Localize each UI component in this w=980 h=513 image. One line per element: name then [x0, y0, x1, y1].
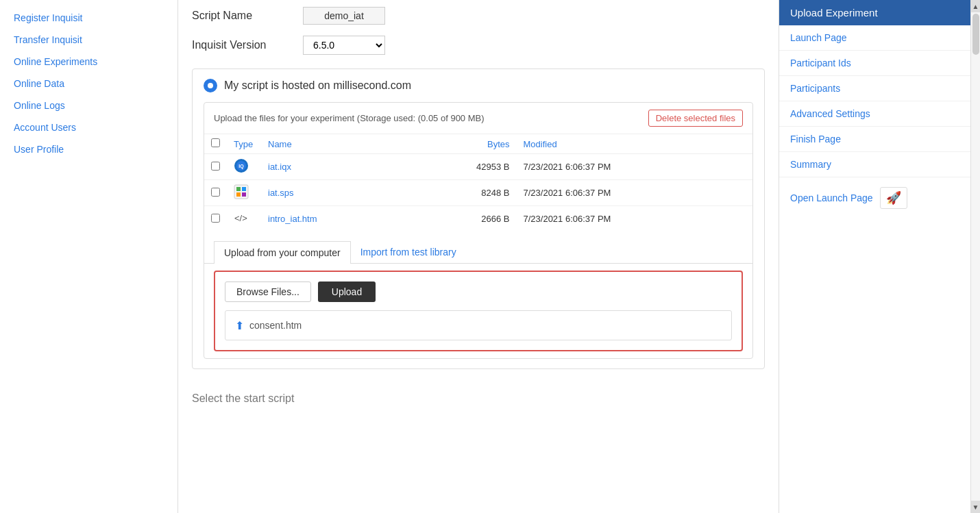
- row-checkbox[interactable]: [211, 162, 220, 171]
- storage-info: Upload the files for your experiment (St…: [214, 113, 485, 123]
- start-script-section: Select the start script: [192, 383, 765, 414]
- right-link-participants[interactable]: Participants: [779, 76, 970, 101]
- right-link-participant-ids[interactable]: Participant Ids: [779, 51, 970, 76]
- col-name: Name: [261, 134, 407, 154]
- right-link-launch-page[interactable]: Launch Page: [779, 25, 970, 51]
- file-bytes: 2666 B: [407, 206, 516, 232]
- sidebar-item-transfer-inquisit[interactable]: Transfer Inquisit: [0, 29, 177, 51]
- right-link-summary[interactable]: Summary: [779, 152, 970, 177]
- file-name-link[interactable]: intro_iat.htm: [268, 214, 317, 224]
- scroll-up-arrow[interactable]: ▲: [971, 0, 980, 12]
- svg-text:</>: </>: [234, 213, 247, 223]
- file-type-icon: IQ: [234, 165, 249, 175]
- rocket-icon: 🚀: [880, 187, 907, 209]
- col-type: Type: [227, 134, 261, 154]
- main-content: Script Name demo_iat Inquisit Version 6.…: [178, 0, 779, 513]
- right-sidebar: Upload Experiment Launch Page Participan…: [779, 0, 970, 513]
- scrollbar-thumb[interactable]: [972, 14, 979, 55]
- version-select[interactable]: 6.5.0: [303, 36, 385, 55]
- file-modified: 7/23/2021 6:06:37 PM: [517, 154, 753, 180]
- svg-rect-6: [236, 192, 241, 197]
- file-modified: 7/23/2021 6:06:37 PM: [517, 206, 753, 232]
- version-label: Inquisit Version: [192, 39, 295, 51]
- start-script-label: Select the start script: [192, 392, 294, 404]
- browse-files-button[interactable]: Browse Files...: [225, 281, 311, 302]
- form-section: Script Name demo_iat Inquisit Version 6.…: [192, 7, 765, 55]
- upload-queue: ⬆ consent.htm: [225, 310, 732, 340]
- sidebar-item-online-experiments[interactable]: Online Experiments: [0, 51, 177, 73]
- scrollbar-track: [971, 12, 980, 501]
- sidebar-item-register-inquisit[interactable]: Register Inquisit: [0, 7, 177, 29]
- file-bytes: 8248 B: [407, 180, 516, 206]
- upload-section: Upload the files for your experiment (St…: [204, 102, 753, 359]
- upload-header: Upload the files for your experiment (St…: [204, 103, 752, 134]
- file-name-link[interactable]: iat.iqx: [268, 162, 291, 172]
- version-row: Inquisit Version 6.5.0: [192, 36, 765, 55]
- sidebar-item-online-logs[interactable]: Online Logs: [0, 95, 177, 116]
- row-checkbox[interactable]: [211, 214, 220, 223]
- hosted-radio[interactable]: [204, 79, 217, 92]
- queued-file-name: consent.htm: [249, 320, 302, 331]
- upload-buttons: Browse Files... Upload: [225, 281, 732, 302]
- upload-tabs: Upload from your computer Import from te…: [204, 241, 752, 264]
- script-name-label: Script Name: [192, 10, 295, 22]
- sidebar-item-user-profile[interactable]: User Profile: [0, 138, 177, 160]
- scrollbar: ▲ ▼: [970, 0, 980, 513]
- svg-rect-5: [242, 187, 246, 191]
- right-link-finish-page[interactable]: Finish Page: [779, 127, 970, 152]
- upload-button[interactable]: Upload: [318, 281, 376, 302]
- file-name-link[interactable]: iat.sps: [268, 188, 294, 198]
- select-all-checkbox[interactable]: [211, 138, 220, 147]
- svg-rect-4: [236, 187, 241, 191]
- file-bytes: 42953 B: [407, 154, 516, 180]
- table-row: iat.sps 8248 B 7/23/2021 6:06:37 PM: [204, 180, 752, 206]
- script-name-value: demo_iat: [303, 7, 385, 25]
- delete-selected-button[interactable]: Delete selected files: [648, 110, 743, 127]
- right-sidebar-header: Upload Experiment: [779, 0, 970, 25]
- file-type-icon: </>: [234, 217, 249, 227]
- upload-arrow-icon: ⬆: [235, 319, 244, 332]
- files-table: Type Name Bytes Modified IQ iat.iqx 4295…: [204, 134, 752, 232]
- sidebar-item-account-users[interactable]: Account Users: [0, 116, 177, 138]
- right-link-advanced-settings[interactable]: Advanced Settings: [779, 101, 970, 127]
- tab-import-library[interactable]: Import from test library: [351, 241, 466, 263]
- table-row: </> intro_iat.htm 2666 B 7/23/2021 6:06:…: [204, 206, 752, 232]
- hosted-label: My script is hosted on millisecond.com: [224, 79, 411, 92]
- left-sidebar: Register Inquisit Transfer Inquisit Onli…: [0, 0, 178, 513]
- table-row: IQ iat.iqx 42953 B 7/23/2021 6:06:37 PM: [204, 154, 752, 180]
- hosted-section: My script is hosted on millisecond.com U…: [192, 68, 765, 369]
- sidebar-item-online-data[interactable]: Online Data: [0, 73, 177, 95]
- file-modified: 7/23/2021 6:06:37 PM: [517, 180, 753, 206]
- file-type-icon: [234, 191, 249, 201]
- hosted-header: My script is hosted on millisecond.com: [204, 79, 753, 92]
- upload-area: Browse Files... Upload ⬆ consent.htm: [214, 271, 743, 351]
- col-modified: Modified: [517, 134, 753, 154]
- row-checkbox[interactable]: [211, 188, 220, 197]
- col-bytes: Bytes: [407, 134, 516, 154]
- svg-text:IQ: IQ: [238, 164, 244, 169]
- open-launch-section: Open Launch Page 🚀: [779, 177, 970, 218]
- tab-upload-computer[interactable]: Upload from your computer: [214, 241, 351, 264]
- scroll-down-arrow[interactable]: ▼: [971, 501, 980, 513]
- open-launch-page-link[interactable]: Open Launch Page: [790, 192, 873, 203]
- svg-rect-7: [242, 192, 246, 197]
- script-name-row: Script Name demo_iat: [192, 7, 765, 25]
